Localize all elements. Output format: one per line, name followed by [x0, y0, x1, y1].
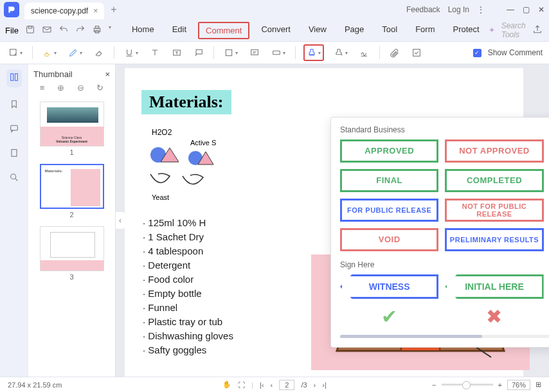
svg-rect-2: [43, 27, 51, 32]
stamp-not-approved[interactable]: NOT APPROVED: [445, 139, 543, 163]
textbox-tool[interactable]: [170, 46, 184, 60]
undo-icon[interactable]: [59, 24, 69, 37]
zoom-out-icon[interactable]: −: [432, 381, 436, 389]
redo-icon[interactable]: [75, 24, 86, 37]
thumbnail-1[interactable]: Science ClassVolcanic Experiment 1: [40, 102, 104, 156]
svg-rect-10: [251, 49, 258, 55]
menu-tab-page[interactable]: Page: [338, 22, 370, 39]
zoom-value[interactable]: 76%: [507, 380, 530, 390]
comment-panel-icon[interactable]: [9, 123, 19, 136]
page-dimensions: 27.94 x 21.59 cm: [8, 381, 62, 389]
sign-stamp-initial-here[interactable]: INITIAL HERE: [445, 274, 543, 299]
close-tab-icon[interactable]: ×: [93, 6, 98, 15]
stamp-void[interactable]: VOID: [340, 228, 438, 251]
material-item: · Dishwashing gloves: [143, 329, 233, 343]
login-link[interactable]: Log In: [448, 5, 469, 14]
thumb-list-icon[interactable]: ≡: [40, 83, 45, 93]
stamp-approved[interactable]: APPROVED: [340, 139, 438, 163]
more-icon[interactable]: ⋮: [477, 5, 485, 14]
checkbox-tool[interactable]: [410, 46, 424, 60]
minimize-icon[interactable]: —: [507, 6, 514, 13]
menu-tab-protect[interactable]: Protect: [446, 22, 485, 39]
stamp-manage-tool[interactable]: ▾: [332, 46, 350, 60]
stamp-completed[interactable]: COMPLETED: [445, 169, 543, 192]
text-tool[interactable]: [148, 46, 162, 60]
stamp-preliminary-results[interactable]: PRELIMINARY RESULTS: [445, 228, 543, 251]
statusbar: 27.94 x 21.59 cm ✋ ⛶ | |‹ ‹ 2 /3 › ›| − …: [0, 377, 549, 392]
document-tab[interactable]: science-copy.pdf ×: [24, 3, 104, 19]
underline-tool[interactable]: ▾: [122, 46, 140, 60]
note-tool[interactable]: ▾: [6, 46, 24, 60]
attachment-tool[interactable]: [388, 46, 402, 60]
ai-icon[interactable]: ✦: [489, 26, 495, 35]
stamp-not-for-public-release[interactable]: NOT FOR PUBLIC RELEASE: [445, 199, 543, 222]
page-title: Materials:: [141, 90, 231, 114]
stamp-final[interactable]: FINAL: [340, 169, 438, 192]
material-item: · Funnel: [143, 301, 233, 315]
dropdown-scrollbar[interactable]: [340, 335, 549, 338]
first-page-icon[interactable]: |‹: [260, 381, 264, 389]
shape-tool[interactable]: ▾: [222, 46, 240, 60]
thumb-refresh-icon[interactable]: ↻: [96, 83, 104, 93]
search-tools[interactable]: Search Tools: [501, 21, 526, 39]
menu-tab-view[interactable]: View: [302, 22, 333, 39]
next-page-icon[interactable]: ›: [314, 381, 316, 389]
thumbnail-2[interactable]: Materials: 2: [40, 164, 104, 218]
thumbnail-3[interactable]: 3: [40, 226, 104, 281]
signature-tool[interactable]: [357, 46, 372, 60]
comment-toolbar: ▾ ▾ ▾ ▾ ▾ ▾ ▾ ▾ ✓ Show Comment: [0, 41, 549, 64]
search-panel-icon[interactable]: [9, 172, 19, 185]
thumbnail-panel-icon[interactable]: [6, 69, 22, 87]
stamp-grid: APPROVEDNOT APPROVEDDRAFTFINALCOMPLETEDC…: [340, 139, 549, 251]
menu-tab-form[interactable]: Form: [409, 22, 441, 39]
sign-stamp-row: WITNESSINITIAL HERESIGN HERE: [340, 274, 549, 299]
titlebar: science-copy.pdf × + Feedback Log In ⋮ —…: [0, 0, 549, 19]
print-icon[interactable]: [92, 24, 102, 37]
prev-page-arrow[interactable]: ‹: [116, 212, 125, 229]
material-item: · Safty goggles: [143, 343, 233, 357]
last-page-icon[interactable]: ›|: [322, 381, 327, 389]
callout-tool[interactable]: [192, 46, 206, 60]
show-comment-checkbox[interactable]: ✓: [473, 49, 482, 57]
material-item: · 1 Sachet Dry: [143, 230, 233, 244]
save-icon[interactable]: [25, 24, 35, 37]
share-icon[interactable]: [532, 24, 543, 37]
stamp-check-icon[interactable]: ✔: [340, 305, 438, 327]
document-viewport[interactable]: ‹ › Materials: H2O2 Active S Yeast · 125…: [116, 64, 549, 377]
close-panel-icon[interactable]: ×: [105, 69, 110, 79]
attachment-panel-icon[interactable]: [9, 148, 19, 161]
file-menu[interactable]: File: [5, 26, 19, 35]
menu-tab-edit[interactable]: Edit: [166, 22, 193, 39]
stamp-for-public-release[interactable]: FOR PUBLIC RELEASE: [340, 199, 438, 222]
left-sidebar: [0, 64, 28, 377]
menu-tab-tool[interactable]: Tool: [375, 22, 404, 39]
measure-tool[interactable]: ▾: [269, 46, 287, 60]
menu-tab-convert[interactable]: Convert: [255, 22, 297, 39]
thumb-zoomout-icon[interactable]: ⊖: [77, 83, 84, 93]
eraser-tool[interactable]: [92, 46, 106, 60]
maximize-icon[interactable]: ▢: [522, 6, 530, 13]
hand-tool-icon[interactable]: ✋: [222, 380, 231, 389]
svg-rect-0: [27, 26, 34, 33]
view-mode-icon[interactable]: ⊞: [536, 380, 541, 389]
stamp-cross-icon[interactable]: ✖: [445, 305, 543, 327]
prev-page-icon[interactable]: ‹: [271, 381, 273, 389]
quick-dropdown-icon[interactable]: ▾: [109, 24, 111, 37]
note-box-tool[interactable]: [248, 46, 262, 60]
zoom-slider[interactable]: [442, 384, 493, 386]
zoom-in-icon[interactable]: +: [498, 381, 502, 389]
fit-icon[interactable]: ⛶: [238, 381, 245, 389]
close-window-icon[interactable]: ✕: [537, 6, 545, 13]
new-tab-button[interactable]: +: [111, 4, 116, 15]
mail-icon[interactable]: [42, 24, 52, 37]
bookmark-panel-icon[interactable]: [9, 99, 19, 112]
feedback-link[interactable]: Feedback: [406, 5, 440, 14]
page-input[interactable]: 2: [279, 380, 294, 390]
menu-tab-comment[interactable]: Comment: [198, 22, 249, 39]
pencil-tool[interactable]: ▾: [66, 46, 84, 60]
thumb-zoomin-icon[interactable]: ⊕: [57, 83, 64, 93]
sign-stamp-witness[interactable]: WITNESS: [340, 274, 438, 299]
stamp-tool[interactable]: ▾: [303, 44, 324, 61]
menu-tab-home[interactable]: Home: [125, 22, 161, 39]
highlight-tool[interactable]: ▾: [40, 46, 59, 60]
